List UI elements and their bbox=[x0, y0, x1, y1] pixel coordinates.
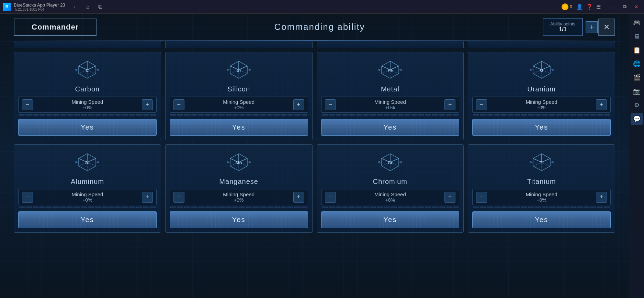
app-logo: B bbox=[3, 3, 11, 11]
mining-speed-row-silicon: − Mining Speed +0% + bbox=[170, 97, 308, 113]
mineral-card-carbon: C Carbon − Mining Speed +0% + Yes bbox=[14, 52, 161, 140]
topbar-nav: ← ⌂ ⧉ bbox=[71, 2, 105, 12]
mining-speed-label-metal: Mining Speed bbox=[336, 99, 445, 105]
coin-count: 0 bbox=[570, 4, 572, 9]
mineral-name-aluminum: Aluminum bbox=[71, 178, 104, 186]
mining-speed-content-uranium: Mining Speed +0% bbox=[487, 99, 596, 110]
svg-text:Fe: Fe bbox=[387, 68, 393, 73]
svg-point-23 bbox=[249, 69, 251, 71]
svg-text:Ti: Ti bbox=[540, 160, 543, 165]
coin-display: 0 bbox=[562, 3, 572, 10]
mining-speed-plus-carbon[interactable]: + bbox=[142, 99, 153, 110]
commander-button[interactable]: Commander bbox=[14, 19, 97, 36]
sidebar-icon-2[interactable]: 📋 bbox=[631, 44, 643, 56]
mining-speed-content-carbon: Mining Speed +0% bbox=[33, 99, 142, 110]
mineral-card-titanium: Ti Titanium − Mining Speed +0% + Yes bbox=[468, 144, 615, 233]
mining-speed-plus-titanium[interactable]: + bbox=[596, 192, 607, 203]
mining-speed-minus-metal[interactable]: − bbox=[325, 99, 336, 110]
svg-point-59 bbox=[97, 161, 99, 163]
mining-speed-minus-carbon[interactable]: − bbox=[22, 99, 33, 110]
svg-point-33 bbox=[378, 69, 380, 71]
mining-speed-content-chromium: Mining Speed +0% bbox=[336, 191, 445, 203]
sidebar-icon-1[interactable]: 🖥 bbox=[631, 30, 643, 43]
mining-speed-row-manganese: − Mining Speed +0% + bbox=[170, 189, 308, 205]
svg-point-81 bbox=[378, 161, 380, 163]
window-controls: ─ ⧉ ✕ bbox=[608, 2, 641, 12]
sidebar-icon-6[interactable]: ⚙ bbox=[631, 99, 643, 111]
home-button[interactable]: ⌂ bbox=[83, 2, 93, 12]
sidebar-icon-3[interactable]: 🌐 bbox=[631, 58, 643, 70]
yes-button-metal[interactable]: Yes bbox=[321, 119, 460, 136]
svg-text:U: U bbox=[540, 68, 543, 73]
mining-speed-plus-aluminum[interactable]: + bbox=[142, 192, 153, 203]
mineral-name-chromium: Chromium bbox=[373, 178, 407, 186]
app-version: 5.21.631.1001 P64 bbox=[15, 8, 65, 11]
mining-speed-minus-uranium[interactable]: − bbox=[476, 99, 487, 110]
restore-button[interactable]: ⧉ bbox=[620, 2, 630, 12]
mining-speed-label-uranium: Mining Speed bbox=[487, 99, 596, 105]
mining-speed-plus-silicon[interactable]: + bbox=[293, 99, 304, 110]
yes-button-manganese[interactable]: Yes bbox=[170, 211, 308, 228]
mining-speed-content-manganese: Mining Speed +0% bbox=[184, 191, 293, 203]
mining-speed-row-metal: − Mining Speed +0% + bbox=[321, 97, 460, 113]
svg-point-11 bbox=[97, 69, 99, 71]
mineral-card-metal: Fe Metal − Mining Speed +0% + Yes bbox=[317, 52, 464, 140]
sidebar-icon-chat[interactable]: 💬 bbox=[631, 113, 643, 125]
svg-point-9 bbox=[75, 69, 77, 71]
svg-point-21 bbox=[227, 69, 229, 71]
mining-speed-minus-silicon[interactable]: − bbox=[173, 99, 184, 110]
mining-speed-label-chromium: Mining Speed bbox=[336, 191, 445, 197]
minimize-button[interactable]: ─ bbox=[608, 2, 618, 12]
cube-icon-titanium: Ti bbox=[530, 150, 554, 174]
mineral-name-manganese: Manganese bbox=[219, 178, 258, 186]
mining-speed-plus-metal[interactable]: + bbox=[444, 99, 455, 110]
game-area: Commander Commanding ability Ability poi… bbox=[0, 14, 629, 298]
mining-speed-minus-aluminum[interactable]: − bbox=[22, 192, 33, 203]
yes-button-carbon[interactable]: Yes bbox=[18, 119, 157, 136]
svg-point-47 bbox=[552, 69, 554, 71]
mining-speed-content-silicon: Mining Speed +0% bbox=[184, 99, 293, 110]
mineral-name-metal: Metal bbox=[381, 85, 399, 93]
svg-text:Si: Si bbox=[237, 68, 241, 73]
yes-button-aluminum[interactable]: Yes bbox=[18, 211, 157, 228]
yes-button-uranium[interactable]: Yes bbox=[472, 119, 611, 136]
mining-speed-row-uranium: − Mining Speed +0% + bbox=[472, 97, 611, 113]
svg-point-93 bbox=[530, 161, 532, 163]
cube-icon-silicon: Si bbox=[227, 58, 251, 82]
svg-point-69 bbox=[227, 161, 229, 163]
avatar-icon: 👤 bbox=[576, 4, 583, 10]
cube-icon-aluminum: Al bbox=[75, 150, 99, 174]
mining-speed-row-chromium: − Mining Speed +0% + bbox=[321, 189, 460, 205]
mining-speed-plus-uranium[interactable]: + bbox=[596, 99, 607, 110]
svg-point-71 bbox=[249, 161, 251, 163]
mining-speed-plus-chromium[interactable]: + bbox=[444, 192, 455, 203]
app-title-group: BlueStacks App Player 23 5.21.631.1001 P… bbox=[14, 2, 65, 11]
sidebar-icon-0[interactable]: 🎮 bbox=[631, 16, 643, 29]
mining-speed-minus-manganese[interactable]: − bbox=[173, 192, 184, 203]
mining-speed-value-carbon: +0% bbox=[33, 105, 142, 110]
close-window-button[interactable]: ✕ bbox=[632, 2, 641, 12]
back-button[interactable]: ← bbox=[71, 2, 80, 12]
mining-speed-value-metal: +0% bbox=[336, 105, 445, 110]
top-card-partial-3 bbox=[468, 41, 615, 48]
window-button[interactable]: ⧉ bbox=[95, 2, 105, 12]
svg-point-35 bbox=[400, 69, 402, 71]
sidebar-icon-4[interactable]: 🎬 bbox=[631, 71, 643, 84]
mining-speed-minus-chromium[interactable]: − bbox=[325, 192, 336, 203]
mining-speed-minus-titanium[interactable]: − bbox=[476, 192, 487, 203]
top-card-partial-2 bbox=[317, 41, 464, 48]
mining-speed-plus-manganese[interactable]: + bbox=[293, 192, 304, 203]
coin-icon bbox=[562, 3, 568, 10]
mining-speed-value-aluminum: +0% bbox=[33, 197, 142, 203]
help-icon: ❓ bbox=[586, 4, 593, 10]
yes-button-chromium[interactable]: Yes bbox=[321, 211, 460, 228]
mineral-card-aluminum: Al Aluminum − Mining Speed +0% + Yes bbox=[14, 144, 161, 233]
yes-button-titanium[interactable]: Yes bbox=[472, 211, 611, 228]
app-title: BlueStacks App Player 23 bbox=[14, 2, 65, 8]
svg-point-45 bbox=[530, 69, 532, 71]
yes-button-silicon[interactable]: Yes bbox=[170, 119, 308, 136]
cube-icon-carbon: C bbox=[75, 58, 99, 82]
topbar-action-icons: 👤 ❓ ☰ bbox=[576, 4, 601, 10]
sidebar-icon-5[interactable]: 📷 bbox=[631, 85, 643, 98]
mineral-name-carbon: Carbon bbox=[75, 85, 100, 93]
